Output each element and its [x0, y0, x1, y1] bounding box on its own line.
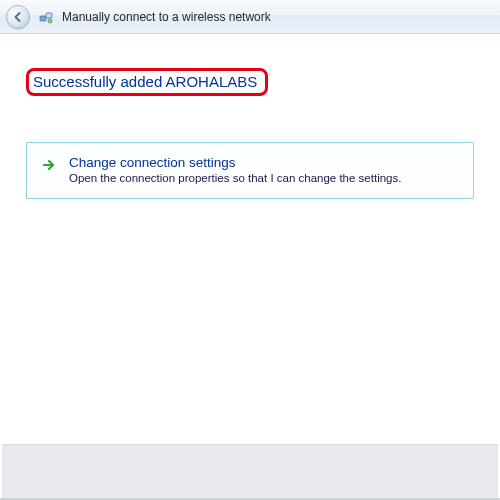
svg-rect-0 [40, 16, 46, 21]
change-connection-settings-option[interactable]: Change connection settings Open the conn… [26, 142, 474, 199]
wizard-content: Successfully added AROHALABS Change conn… [0, 34, 500, 444]
arrow-right-icon [41, 155, 59, 184]
option-description: Open the connection properties so that I… [69, 172, 459, 184]
option-title: Change connection settings [69, 155, 459, 170]
svg-rect-1 [46, 13, 52, 18]
arrow-left-icon [12, 11, 24, 23]
wizard-title: Manually connect to a wireless network [62, 10, 271, 24]
network-wizard-icon [38, 9, 54, 25]
wizard-footer [2, 444, 498, 498]
svg-point-2 [48, 19, 52, 23]
option-text-block: Change connection settings Open the conn… [69, 155, 459, 184]
wizard-header: Manually connect to a wireless network [0, 0, 500, 34]
annotation-highlight: Successfully added AROHALABS [26, 68, 268, 96]
success-message: Successfully added AROHALABS [31, 71, 263, 93]
back-button[interactable] [6, 5, 30, 29]
